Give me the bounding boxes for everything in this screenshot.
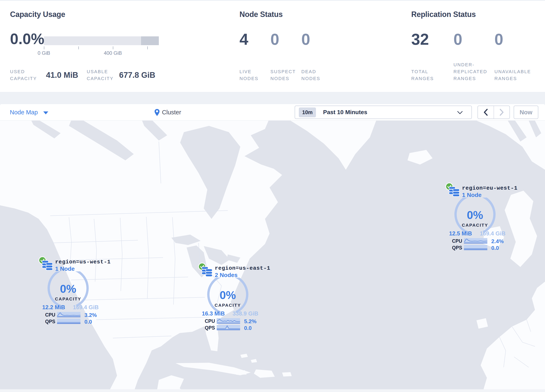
now-button[interactable]: Now: [514, 106, 538, 119]
region-capacity-percent: 0%: [444, 208, 506, 221]
chevron-down-icon: [457, 111, 463, 114]
capacity-usage-title: Capacity Usage: [10, 10, 65, 19]
region-label: region=eu-west-1: [462, 185, 518, 191]
chevron-left-icon: [483, 109, 488, 116]
cpu-label: CPU: [205, 318, 214, 324]
capacity-axis-label-400: 400 GiB: [100, 50, 125, 56]
database-stack-icon: [201, 266, 213, 277]
usable-capacity-label: USABLE CAPACITY: [87, 68, 116, 82]
location-pin-icon: [154, 109, 160, 116]
cluster-summary-bar: Capacity Usage 0.0% 0 GiB 400 GiB USED C…: [0, 1, 545, 92]
region-total-capacity: 169.4 GiB: [480, 230, 506, 237]
map-puerto-rico: [282, 372, 292, 377]
map-bottom-strip: [0, 389, 545, 392]
unavailable-ranges-count: 0: [495, 31, 503, 47]
now-button-label: Now: [520, 109, 532, 116]
region-label: region=us-east-1: [215, 265, 270, 271]
suspect-nodes-label: SUSPECT NODES: [270, 68, 299, 82]
region-cpu-row: CPU 5.2%: [205, 318, 257, 324]
cpu-sparkline: [57, 312, 81, 317]
map-toolbar: Node Map Cluster 10m Past 10 Minutes: [0, 104, 545, 121]
time-range-label: Past 10 Minutes: [323, 109, 367, 116]
region-used-capacity: 12.5 MiB: [449, 230, 472, 237]
used-capacity-value: 41.0 MiB: [46, 71, 78, 80]
cpu-sparkline: [464, 238, 487, 243]
under-replicated-ranges-count: 0: [453, 31, 462, 47]
capacity-axis-tick: [78, 46, 79, 49]
qps-label: QPS: [45, 319, 54, 324]
live-nodes-label: LIVE NODES: [240, 68, 262, 82]
region-cpu-row: CPU 2.4%: [452, 238, 504, 243]
time-step-buttons: [477, 106, 510, 119]
region-marker-eu-west-1[interactable]: region=eu-west-1 1 Node 0% CAPACITY 12.5…: [444, 182, 506, 251]
cpu-value: 5.2%: [244, 318, 259, 325]
dead-nodes-label: DEAD NODES: [301, 68, 324, 82]
qps-value: 0.0: [491, 245, 506, 251]
view-selector-label: Node Map: [10, 109, 38, 116]
region-qps-row: QPS 0.0: [45, 319, 97, 324]
capacity-axis-tick: [44, 46, 44, 49]
region-qps-row: QPS 0.0: [452, 245, 504, 250]
node-map: region=us-west-1 1 Node 0% CAPACITY 12.2…: [0, 121, 545, 392]
cpu-value: 3.2%: [84, 312, 99, 318]
breadcrumb[interactable]: Cluster: [154, 104, 181, 121]
suspect-nodes-count: 0: [270, 31, 279, 47]
used-capacity-label: USED CAPACITY: [10, 68, 39, 82]
region-capacity-percent: 0%: [196, 288, 259, 301]
region-used-capacity: 16.3 MiB: [202, 311, 225, 317]
region-label: region=us-west-1: [55, 259, 111, 265]
unavailable-ranges-label: UNAVAILABLE RANGES: [495, 68, 538, 82]
time-step-forward-button[interactable]: [494, 106, 510, 118]
region-marker-us-east-1[interactable]: region=us-east-1 2 Nodes 0% CAPACITY 16.…: [196, 263, 259, 332]
caret-down-icon: [43, 112, 48, 114]
cpu-label: CPU: [452, 238, 461, 244]
cpu-label: CPU: [45, 312, 54, 318]
capacity-bar-reserved-segment: [141, 36, 159, 45]
capacity-bar: [44, 36, 159, 45]
replication-status-title: Replication Status: [411, 10, 476, 19]
qps-sparkline: [464, 245, 487, 250]
region-total-capacity: 338.9 GiB: [233, 311, 258, 317]
capacity-axis-label-0: 0 GiB: [31, 50, 56, 56]
qps-value: 0.0: [244, 325, 259, 331]
qps-value: 0.0: [84, 319, 99, 325]
view-selector-dropdown[interactable]: Node Map: [10, 104, 48, 121]
qps-sparkline: [217, 325, 240, 330]
chevron-right-icon: [499, 109, 504, 116]
capacity-axis-tick: [147, 46, 148, 49]
region-marker-us-west-1[interactable]: region=us-west-1 1 Node 0% CAPACITY 12.2…: [37, 256, 99, 325]
region-used-capacity: 12.2 MiB: [42, 304, 65, 311]
qps-label: QPS: [205, 325, 214, 331]
region-cpu-row: CPU 3.2%: [45, 312, 97, 317]
total-ranges-label: TOTAL RANGES: [411, 68, 436, 82]
capacity-axis-tick: [113, 46, 113, 49]
cpu-value: 2.4%: [491, 238, 506, 245]
region-total-capacity: 169.4 GiB: [73, 304, 99, 311]
dead-nodes-count: 0: [301, 31, 310, 47]
region-capacity-label: CAPACITY: [196, 303, 259, 308]
under-replicated-ranges-label: UNDER-REPLICATED RANGES: [453, 61, 492, 82]
time-step-back-button[interactable]: [478, 106, 494, 118]
qps-label: QPS: [452, 245, 461, 251]
region-capacity-label: CAPACITY: [37, 296, 99, 301]
time-range-selector[interactable]: 10m Past 10 Minutes: [295, 106, 472, 119]
region-capacity-label: CAPACITY: [444, 223, 506, 228]
region-qps-row: QPS 0.0: [205, 325, 257, 330]
region-capacity-percent: 0%: [37, 282, 99, 295]
cpu-sparkline: [217, 318, 240, 324]
qps-sparkline: [57, 319, 81, 324]
breadcrumb-label: Cluster: [162, 109, 181, 116]
cockroachdb-overview-page: Capacity Usage 0.0% 0 GiB 400 GiB USED C…: [0, 0, 545, 392]
database-stack-icon: [42, 260, 53, 271]
time-range-badge: 10m: [299, 107, 316, 117]
map-jamaica: [235, 370, 247, 375]
usable-capacity-value: 677.8 GiB: [119, 71, 155, 80]
total-ranges-count: 32: [411, 31, 429, 47]
capacity-percent: 0.0%: [10, 31, 44, 46]
live-nodes-count: 4: [240, 31, 248, 47]
database-stack-icon: [449, 186, 460, 197]
node-status-title: Node Status: [240, 10, 283, 19]
